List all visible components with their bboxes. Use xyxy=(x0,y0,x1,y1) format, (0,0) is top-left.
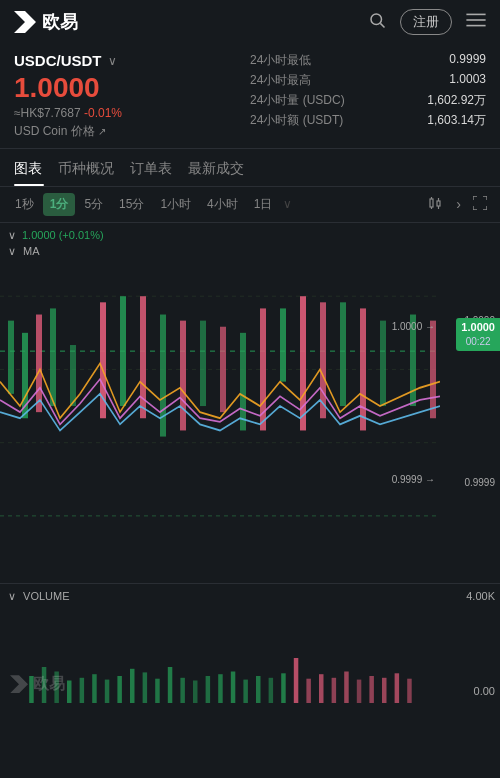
svg-rect-30 xyxy=(36,314,42,412)
svg-rect-65 xyxy=(332,678,337,703)
svg-rect-54 xyxy=(193,680,198,703)
interval-4h[interactable]: 4小时 xyxy=(200,193,245,216)
price-tag: 1.0000 00:22 xyxy=(456,318,500,351)
interval-1d[interactable]: 1日 xyxy=(247,193,280,216)
svg-rect-53 xyxy=(180,678,185,703)
watermark: 欧易 xyxy=(10,674,65,695)
stat-row-high: 24小时最高 1.0003 xyxy=(250,72,486,89)
volume-expand-icon[interactable]: ∨ xyxy=(8,590,16,602)
chart-ma-label: MA xyxy=(23,245,40,257)
interval-1m[interactable]: 1分 xyxy=(43,193,76,216)
svg-rect-38 xyxy=(360,308,366,430)
svg-rect-70 xyxy=(395,673,400,703)
header-right: 注册 xyxy=(368,9,486,35)
svg-rect-44 xyxy=(67,680,72,703)
svg-rect-33 xyxy=(180,320,186,430)
pair-dropdown-arrow[interactable]: ∨ xyxy=(108,54,117,68)
fullscreen-icon[interactable] xyxy=(468,194,492,215)
chart-info-row: ∨ 1.0000 (+0.01%) xyxy=(8,229,104,242)
register-button[interactable]: 注册 xyxy=(400,9,452,35)
svg-rect-39 xyxy=(430,320,436,418)
svg-rect-71 xyxy=(407,678,412,702)
svg-rect-22 xyxy=(120,296,126,406)
chart-expand-icon[interactable]: ∨ xyxy=(8,229,16,242)
svg-line-1 xyxy=(380,23,384,27)
chart-price-arrow-bot: 0.9999 → xyxy=(392,474,435,485)
svg-rect-69 xyxy=(382,678,387,703)
price-chart-svg xyxy=(0,223,440,583)
svg-rect-34 xyxy=(220,327,226,412)
svg-rect-50 xyxy=(143,672,148,703)
hk-price: ≈HK$7.7687 -0.01% xyxy=(14,106,250,120)
svg-rect-46 xyxy=(92,674,97,703)
svg-rect-56 xyxy=(218,674,223,703)
price-left: USDC/USDT ∨ 1.0000 ≈HK$7.7687 -0.01% USD… xyxy=(14,52,250,140)
candle-type-icon[interactable] xyxy=(423,194,449,215)
volume-chart-svg xyxy=(0,613,440,703)
svg-rect-45 xyxy=(80,678,85,703)
svg-rect-47 xyxy=(105,679,110,702)
interval-15m[interactable]: 15分 xyxy=(112,193,151,216)
svg-rect-66 xyxy=(344,671,349,703)
svg-rect-36 xyxy=(300,296,306,430)
tabs-section: 图表 币种概况 订单表 最新成交 xyxy=(0,149,500,187)
svg-rect-25 xyxy=(240,333,246,431)
svg-rect-61 xyxy=(281,673,286,703)
tab-overview[interactable]: 币种概况 xyxy=(58,152,126,186)
interval-dropdown-arrow[interactable]: ∨ xyxy=(281,197,294,211)
svg-rect-27 xyxy=(340,302,346,406)
chart-price-arrow-top: 1.0000 → xyxy=(392,321,435,332)
external-link-icon: ↗ xyxy=(98,126,106,137)
chart-current-value: 1.0000 (+0.01%) xyxy=(22,229,104,241)
menu-icon[interactable] xyxy=(466,12,486,33)
svg-rect-55 xyxy=(206,676,211,703)
price-change: -0.01% xyxy=(84,106,122,120)
trading-pair-label: USDC/USDT xyxy=(14,52,102,69)
chart-right-bot: 0.9999 xyxy=(464,477,495,488)
svg-rect-51 xyxy=(155,678,160,702)
interval-1h[interactable]: 1小时 xyxy=(153,193,198,216)
svg-rect-58 xyxy=(243,679,248,702)
stat-row-volume-quote: 24小时额 (USDT) 1,603.14万 xyxy=(250,112,486,129)
chart-ma-expand[interactable]: ∨ xyxy=(8,245,16,257)
svg-rect-68 xyxy=(369,676,374,703)
svg-rect-62 xyxy=(294,658,299,703)
current-price: 1.0000 xyxy=(14,73,250,104)
search-icon[interactable] xyxy=(368,11,386,34)
svg-rect-8 xyxy=(437,201,440,206)
svg-rect-67 xyxy=(357,679,362,702)
pair-row: USDC/USDT ∨ xyxy=(14,52,250,69)
svg-rect-60 xyxy=(269,678,274,703)
svg-rect-48 xyxy=(117,676,122,703)
stat-row-low: 24小时最低 0.9999 xyxy=(250,52,486,69)
coin-link[interactable]: USD Coin 价格 ↗ xyxy=(14,123,250,140)
price-section: USDC/USDT ∨ 1.0000 ≈HK$7.7687 -0.01% USD… xyxy=(0,44,500,149)
logo-icon xyxy=(14,11,36,33)
svg-rect-52 xyxy=(168,667,173,703)
svg-rect-63 xyxy=(306,678,311,702)
logo: 欧易 xyxy=(14,10,78,34)
header: 欧易 注册 xyxy=(0,0,500,44)
volume-max: 4.00K xyxy=(466,590,495,602)
volume-label: ∨ VOLUME xyxy=(8,590,70,603)
volume-section: ∨ VOLUME 4.00K 0.00 xyxy=(0,583,500,703)
tab-orderbook[interactable]: 订单表 xyxy=(130,152,184,186)
stat-row-volume-base: 24小时量 (USDC) 1,602.92万 xyxy=(250,92,486,109)
interval-1s[interactable]: 1秒 xyxy=(8,193,41,216)
chart-ma-row: ∨ MA xyxy=(8,245,40,258)
price-stats: 24小时最低 0.9999 24小时最高 1.0003 24小时量 (USDC)… xyxy=(250,52,486,132)
svg-rect-26 xyxy=(280,308,286,381)
watermark-logo-icon xyxy=(10,675,28,693)
svg-rect-5 xyxy=(430,199,433,207)
svg-rect-18 xyxy=(8,320,14,393)
svg-point-0 xyxy=(371,14,382,25)
svg-rect-57 xyxy=(231,671,236,703)
tab-chart[interactable]: 图表 xyxy=(14,152,54,186)
interval-5m[interactable]: 5分 xyxy=(77,193,110,216)
svg-rect-28 xyxy=(380,320,386,405)
chart-nav-right-icon[interactable]: › xyxy=(451,194,466,214)
tab-trades[interactable]: 最新成交 xyxy=(188,152,256,186)
watermark-text: 欧易 xyxy=(33,674,65,695)
logo-text: 欧易 xyxy=(42,10,78,34)
svg-rect-21 xyxy=(70,345,76,406)
